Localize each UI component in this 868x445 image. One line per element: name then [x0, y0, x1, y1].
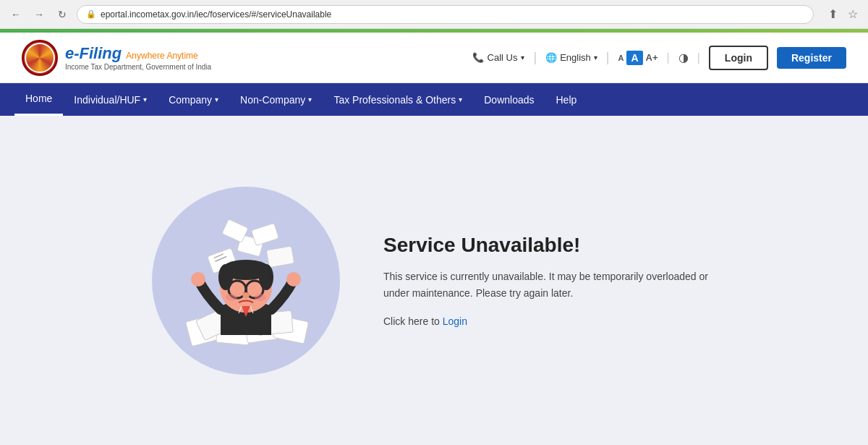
phone-icon: 📞 [472, 52, 484, 63]
call-us-button[interactable]: 📞 Call Us ▾ [472, 52, 525, 63]
back-button[interactable]: ← [7, 6, 25, 23]
text-size-small-button[interactable]: A [618, 54, 624, 62]
register-button[interactable]: Register [777, 47, 846, 69]
header-right: 📞 Call Us ▾ | 🌐 English ▾ | A A A+ | ◑ |… [472, 46, 846, 70]
service-title: Service Unavailable! [383, 234, 716, 257]
svg-point-15 [286, 272, 301, 287]
bookmark-button[interactable]: ☆ [845, 6, 861, 22]
service-unavailable-illustration [166, 201, 326, 360]
call-us-chevron: ▾ [521, 54, 524, 62]
svg-point-18 [218, 264, 233, 290]
logo-area: e-Filing Anywhere Anytime Income Tax Dep… [22, 40, 211, 76]
logo-brand: e-Filing Anywhere Anytime [65, 44, 211, 63]
nav-item-tax-professionals[interactable]: Tax Professionals & Others ▾ [323, 83, 473, 116]
refresh-button[interactable]: ↻ [54, 6, 71, 23]
login-link-paragraph: Click here to Login [383, 315, 716, 327]
logo-efiling: e-Filing [65, 44, 122, 62]
forward-button[interactable]: → [30, 6, 48, 23]
separator-1: | [533, 50, 537, 65]
taxpro-chevron: ▾ [459, 96, 462, 103]
url-text: eportal.incometax.gov.in/iec/foservices/… [101, 9, 331, 20]
svg-point-19 [259, 264, 273, 290]
nav-item-help[interactable]: Help [545, 83, 588, 116]
browser-actions: ⬆ ☆ [825, 6, 861, 22]
site-header: e-Filing Anywhere Anytime Income Tax Dep… [0, 33, 868, 83]
main-nav: Home Individual/HUF ▾ Company ▾ Non-Comp… [0, 83, 868, 116]
address-bar[interactable]: 🔒 eportal.incometax.gov.in/iec/foservice… [77, 5, 814, 24]
nav-item-noncompany[interactable]: Non-Company ▾ [229, 83, 323, 116]
noncompany-chevron: ▾ [308, 96, 312, 103]
browser-chrome: ← → ↻ 🔒 eportal.incometax.gov.in/iec/fos… [0, 0, 868, 29]
svg-point-25 [226, 294, 237, 301]
separator-2: | [606, 50, 610, 65]
login-link[interactable]: Login [443, 315, 467, 327]
svg-rect-11 [251, 223, 278, 245]
language-label: English [560, 52, 591, 63]
svg-rect-9 [266, 246, 294, 268]
nav-item-downloads[interactable]: Downloads [473, 83, 545, 116]
nav-item-individual[interactable]: Individual/HUF ▾ [63, 83, 158, 116]
contrast-button[interactable]: ◑ [678, 51, 689, 64]
individual-chevron: ▾ [143, 96, 147, 103]
globe-icon: 🌐 [545, 52, 557, 63]
svg-point-14 [191, 272, 205, 287]
separator-3: | [667, 51, 670, 64]
company-chevron: ▾ [215, 96, 218, 103]
svg-point-26 [255, 294, 266, 301]
logo-text: e-Filing Anywhere Anytime Income Tax Dep… [65, 44, 211, 71]
logo-anytime: Anywhere Anytime [126, 51, 197, 61]
click-here-text: Click here to [383, 315, 443, 327]
separator-4: | [697, 51, 700, 64]
main-content: Service Unavailable! This service is cur… [0, 116, 868, 445]
text-size-large-button[interactable]: A+ [646, 52, 658, 63]
nav-item-home[interactable]: Home [14, 83, 63, 116]
language-button[interactable]: 🌐 English ▾ [545, 52, 597, 63]
share-button[interactable]: ⬆ [825, 6, 841, 22]
lock-icon: 🔒 [86, 9, 96, 19]
nav-item-company[interactable]: Company ▾ [158, 83, 229, 116]
text-size-normal-button[interactable]: A [626, 51, 642, 65]
call-us-label: Call Us [488, 52, 518, 63]
lang-chevron: ▾ [594, 54, 597, 62]
text-size-controls: A A A+ [618, 51, 658, 65]
login-button[interactable]: Login [709, 46, 768, 70]
illustration-container [152, 187, 340, 375]
service-content: Service Unavailable! This service is cur… [383, 234, 716, 327]
svg-point-24 [242, 292, 250, 298]
logo-sub: Income Tax Department, Government of Ind… [65, 63, 211, 71]
logo-emblem [22, 40, 58, 76]
service-description: This service is currently unavailable. I… [383, 268, 716, 301]
